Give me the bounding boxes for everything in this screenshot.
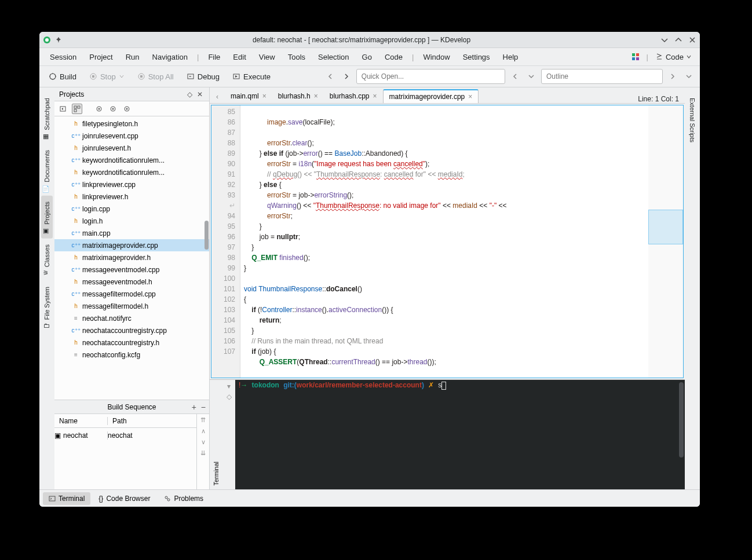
close-button[interactable] (688, 36, 696, 44)
term-prev-button[interactable]: ◇ (227, 393, 232, 401)
editor-tab[interactable]: main.qml× (225, 89, 272, 103)
vtab-documents[interactable]: 📄Documents (41, 144, 53, 196)
stop-all-button[interactable]: Stop All (133, 70, 178, 83)
build-seq-add-button[interactable]: + (192, 402, 196, 412)
tree-item[interactable]: c⁺⁺main.cpp (54, 227, 209, 239)
tree-item[interactable]: c⁺⁺joinrulesevent.cpp (54, 130, 209, 142)
menu-edit[interactable]: Edit (227, 50, 251, 64)
menu-run[interactable]: Run (120, 50, 145, 64)
btab-terminal[interactable]: Terminal (43, 492, 90, 505)
menu-code[interactable]: Code (379, 50, 408, 64)
vtab-projects[interactable]: ▣Projects (41, 196, 53, 239)
toolbar-menu-button[interactable] (682, 70, 695, 83)
tree-item[interactable]: hfiletypesingleton.h (54, 118, 209, 130)
tree-item[interactable]: c⁺⁺matriximageprovider.cpp (54, 239, 209, 251)
tree-item[interactable]: hmatriximageprovider.h (54, 251, 209, 263)
tree-item[interactable]: hlogin.h (54, 215, 209, 227)
minimap-viewport[interactable] (648, 210, 683, 244)
execute-button[interactable]: Execute (228, 70, 275, 83)
project-tree[interactable]: hfiletypesingleton.hc⁺⁺joinrulesevent.cp… (54, 116, 209, 400)
menu-go[interactable]: Go (356, 50, 378, 64)
terminal[interactable]: !→ tokodon git:(work/carl/remember-selec… (235, 380, 685, 489)
menu-project[interactable]: Project (83, 50, 118, 64)
stop-button[interactable]: Stop (85, 70, 129, 83)
area-switcher-icon[interactable] (628, 52, 643, 62)
tree-item[interactable]: ≡neochat.notifyrc (54, 312, 209, 324)
tree-item[interactable]: ≡neochatconfig.kcfg (54, 349, 209, 361)
tree-item[interactable]: c⁺⁺login.cpp (54, 203, 209, 215)
menu-view[interactable]: View (253, 50, 281, 64)
tab-close-icon[interactable]: × (468, 93, 472, 101)
debug-button[interactable]: Debug (182, 70, 224, 83)
sync-tree-button[interactable] (58, 104, 68, 114)
projects-panel-header: Projects ◇ ✕ (54, 87, 209, 101)
gear-button-3[interactable] (122, 104, 132, 114)
menu-file[interactable]: File (202, 50, 226, 64)
build-seq-remove-button[interactable]: − (201, 402, 206, 412)
editor-tab[interactable]: blurhash.h× (272, 89, 324, 103)
editor[interactable]: 858687888990919293↵949596979899100101102… (211, 105, 684, 378)
tab-close-icon[interactable]: × (314, 92, 318, 100)
tree-item[interactable]: c⁺⁺messagefiltermodel.cpp (54, 288, 209, 300)
tab-label: main.qml (231, 92, 259, 100)
menu-session[interactable]: Session (44, 50, 82, 64)
editor-tab[interactable]: blurhash.cpp× (324, 89, 383, 103)
tree-item[interactable]: c⁺⁺linkpreviewer.cpp (54, 178, 209, 191)
term-git: git:( (283, 381, 297, 389)
tab-close-icon[interactable]: × (262, 92, 267, 100)
vtab-filesystem[interactable]: 🗀File System (41, 281, 53, 334)
tree-item[interactable]: hlinkpreviewer.h (54, 191, 209, 203)
vtab-classes[interactable]: ⚞Classes (41, 239, 53, 281)
panel-close-button[interactable]: ✕ (195, 90, 205, 99)
tree-item[interactable]: hkeywordnotificationrulem... (54, 166, 209, 178)
panel-float-button[interactable]: ◇ (185, 90, 194, 99)
terminal-tab-label[interactable]: Terminal (210, 380, 222, 489)
btab-problems[interactable]: Problems (158, 492, 209, 505)
menu-navigation[interactable]: Navigation (147, 50, 194, 64)
move-top-button[interactable]: ⇈ (200, 416, 206, 424)
tree-item[interactable]: hmessagefiltermodel.h (54, 300, 209, 312)
maximize-button[interactable] (674, 36, 682, 44)
pin-icon[interactable] (54, 36, 63, 44)
outline-next-button[interactable] (525, 70, 538, 83)
minimize-button[interactable] (660, 36, 669, 44)
build-seq-row[interactable]: ▣neochat neochat (54, 428, 196, 443)
menu-selection[interactable]: Selection (312, 50, 355, 64)
menu-help[interactable]: Help (497, 50, 524, 64)
nav-forward-button[interactable] (340, 70, 353, 83)
outline-input[interactable] (541, 69, 663, 84)
tree-item[interactable]: hmessageeventmodel.h (54, 276, 209, 288)
tab-close-icon[interactable]: × (373, 92, 377, 100)
gear-button-1[interactable] (94, 104, 104, 114)
btab-code-browser[interactable]: {} Code Browser (93, 492, 156, 505)
minimap[interactable] (648, 105, 683, 378)
tree-item[interactable]: hjoinrulesevent.h (54, 142, 209, 154)
menu-window[interactable]: Window (417, 50, 455, 64)
show-targets-button[interactable] (72, 104, 82, 114)
tree-item[interactable]: c⁺⁺neochataccountregistry.cpp (54, 324, 209, 336)
menu-settings[interactable]: Settings (457, 50, 496, 64)
build-button[interactable]: Build (44, 70, 81, 83)
editor-tab[interactable]: matriximageprovider.cpp× (383, 89, 479, 103)
vtab-scratchpad[interactable]: ▦Scratchpad (41, 92, 53, 144)
term-new-button[interactable]: ▾ (227, 382, 231, 390)
quick-open-input[interactable] (356, 69, 505, 84)
tree-item-label: login.h (82, 217, 103, 225)
tree-item[interactable]: c⁺⁺messageeventmodel.cpp (54, 263, 209, 276)
code-content[interactable]: image.save(localFile); errorStr.clear();… (240, 105, 648, 378)
move-bottom-button[interactable]: ⇊ (200, 449, 206, 457)
tree-item[interactable]: hneochataccountregistry.h (54, 336, 209, 349)
tree-item[interactable]: c⁺⁺keywordnotificationrulem... (54, 154, 209, 166)
nav-back-button[interactable] (324, 70, 337, 83)
gear-button-2[interactable] (108, 104, 118, 114)
terminal-scrollbar[interactable] (679, 382, 684, 457)
move-up-button[interactable]: ∧ (201, 427, 206, 435)
menu-tools[interactable]: Tools (282, 50, 311, 64)
code-area-button[interactable]: Code (652, 52, 695, 63)
tab-scroll-left[interactable]: ‹ (211, 90, 224, 103)
outline-prev-button[interactable] (509, 70, 521, 83)
tree-scrollbar[interactable] (205, 221, 209, 250)
move-down-button[interactable]: ∨ (201, 438, 206, 446)
vtab-external-scripts[interactable]: External Scripts (687, 92, 698, 148)
outline-overflow-button[interactable] (666, 70, 679, 83)
